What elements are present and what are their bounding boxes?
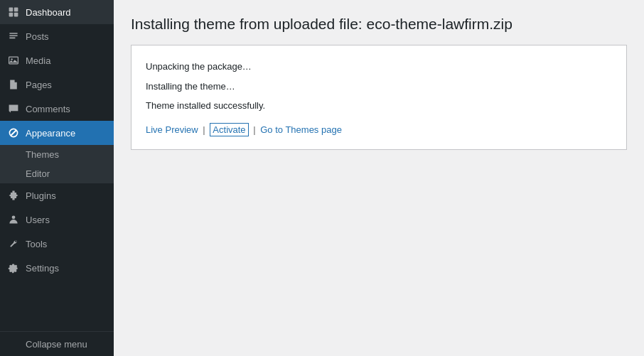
- install-output: Unpacking the package… Installing the th…: [131, 45, 627, 150]
- collapse-menu-label: Collapse menu: [26, 339, 87, 350]
- collapse-menu-button[interactable]: Collapse menu: [0, 331, 114, 356]
- sidebar-item-posts[interactable]: Posts: [0, 24, 114, 48]
- go-to-themes-link[interactable]: Go to Themes page: [260, 124, 342, 135]
- plugins-icon: [7, 189, 20, 202]
- action-links: Live Preview | Activate | Go to Themes p…: [146, 124, 612, 135]
- settings-icon: [7, 261, 20, 274]
- collapse-icon: [7, 338, 20, 350]
- media-icon: [7, 54, 20, 67]
- sidebar-item-editor[interactable]: Editor: [0, 164, 114, 183]
- sidebar-item-plugins-label: Plugins: [26, 190, 56, 201]
- users-icon: [7, 213, 20, 226]
- sidebar-item-posts-label: Posts: [26, 31, 49, 42]
- posts-icon: [7, 30, 20, 43]
- status-line-2: Installing the theme…: [146, 80, 612, 94]
- sidebar-item-pages-label: Pages: [26, 80, 52, 90]
- separator-1: |: [203, 124, 205, 135]
- status-line-3: Theme installed successfully.: [146, 99, 612, 113]
- page-title: Installing theme from uploaded file: eco…: [131, 14, 627, 33]
- sidebar-item-comments[interactable]: Comments: [0, 97, 114, 121]
- sidebar: Dashboard Posts Media Pages Comments App…: [0, 0, 114, 356]
- dashboard-icon: [7, 6, 20, 18]
- sidebar-item-media-label: Media: [26, 55, 50, 66]
- svg-rect-3: [14, 13, 18, 17]
- live-preview-link[interactable]: Live Preview: [146, 124, 198, 135]
- appearance-icon: [7, 126, 20, 139]
- sidebar-item-plugins[interactable]: Plugins: [0, 183, 114, 207]
- sidebar-item-media[interactable]: Media: [0, 48, 114, 72]
- sidebar-item-users[interactable]: Users: [0, 207, 114, 232]
- svg-rect-0: [9, 8, 14, 12]
- sidebar-item-appearance-label: Appearance: [26, 128, 75, 139]
- sidebar-item-pages[interactable]: Pages: [0, 72, 114, 97]
- activate-link[interactable]: Activate: [210, 123, 248, 136]
- sidebar-item-tools-label: Tools: [26, 239, 47, 249]
- sidebar-item-comments-label: Comments: [26, 104, 70, 114]
- tools-icon: [7, 237, 20, 250]
- pages-icon: [7, 78, 20, 91]
- svg-rect-4: [9, 57, 18, 64]
- comments-icon: [7, 102, 20, 115]
- appearance-submenu: Themes Editor: [0, 145, 114, 183]
- sidebar-item-settings-label: Settings: [26, 263, 59, 274]
- sidebar-item-appearance[interactable]: Appearance: [0, 121, 114, 145]
- sidebar-item-themes[interactable]: Themes: [0, 145, 114, 164]
- separator-2: |: [253, 124, 255, 135]
- main-content: Installing theme from uploaded file: eco…: [114, 0, 644, 356]
- sidebar-item-settings[interactable]: Settings: [0, 256, 114, 280]
- svg-point-5: [11, 58, 12, 60]
- status-line-1: Unpacking the package…: [146, 60, 612, 74]
- sidebar-item-tools[interactable]: Tools: [0, 232, 114, 256]
- svg-rect-2: [9, 13, 14, 17]
- svg-point-6: [12, 215, 16, 219]
- sidebar-item-dashboard-label: Dashboard: [26, 7, 71, 18]
- svg-rect-1: [14, 8, 18, 12]
- sidebar-item-dashboard[interactable]: Dashboard: [0, 0, 114, 24]
- sidebar-item-users-label: Users: [26, 215, 50, 225]
